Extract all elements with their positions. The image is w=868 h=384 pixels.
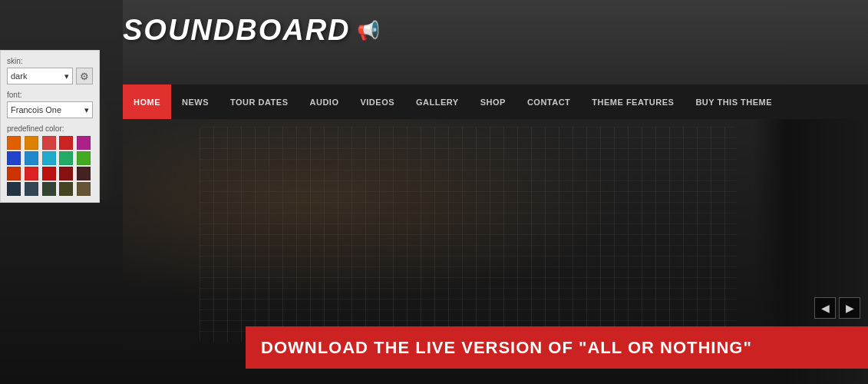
nav-item-buy-this-theme[interactable]: BUY THIS THEME xyxy=(685,84,783,119)
nav-item-tour-dates[interactable]: TOUR DATES xyxy=(219,84,299,119)
color-swatch-11[interactable] xyxy=(25,167,38,180)
color-swatch-16[interactable] xyxy=(25,182,38,196)
skin-select[interactable]: dark ▾ xyxy=(7,68,73,84)
download-banner-text: DOWNLOAD THE LIVE VERSION OF "ALL OR NOT… xyxy=(261,338,752,358)
color-swatch-17[interactable] xyxy=(42,182,56,196)
color-swatch-10[interactable] xyxy=(7,167,21,180)
font-dropdown-icon: ▾ xyxy=(84,105,89,115)
color-swatch-15[interactable] xyxy=(7,182,21,196)
main-content: DOWNLOAD THE LIVE VERSION OF "ALL OR NOT… xyxy=(123,119,868,384)
settings-gear-button[interactable]: ⚙ xyxy=(76,68,93,84)
color-swatch-7[interactable] xyxy=(42,151,56,165)
nav-item-theme-features[interactable]: THEME FEATURES xyxy=(581,84,685,119)
predefined-color-label: predefined color: xyxy=(7,124,93,133)
main-nav: HOMENEWSTOUR DATESAUDIOVIDEOSGALLERYSHOP… xyxy=(123,84,868,119)
download-banner[interactable]: DOWNLOAD THE LIVE VERSION OF "ALL OR NOT… xyxy=(246,326,868,369)
color-grid xyxy=(7,136,93,196)
skin-label: skin: xyxy=(7,57,93,65)
nav-item-gallery[interactable]: GALLERY xyxy=(405,84,470,119)
skin-value: dark xyxy=(11,71,27,81)
font-select[interactable]: Francois One ▾ xyxy=(7,101,93,118)
customizer-panel: skin: dark ▾ ⚙ font: Francois One ▾ pred… xyxy=(0,50,100,203)
skin-wrapper: dark ▾ ⚙ xyxy=(7,68,93,84)
logo-area: SOUNDBOARD 📢 xyxy=(123,14,380,47)
color-swatch-6[interactable] xyxy=(25,151,38,165)
font-label: font: xyxy=(7,91,93,99)
color-swatch-13[interactable] xyxy=(59,167,73,180)
nav-item-shop[interactable]: SHOP xyxy=(470,84,517,119)
nav-item-home[interactable]: HOME xyxy=(123,84,171,119)
nav-item-contact[interactable]: CONTACT xyxy=(517,84,581,119)
skin-dropdown-icon: ▾ xyxy=(64,71,69,81)
font-value: Francois One xyxy=(11,105,61,114)
color-swatch-18[interactable] xyxy=(59,182,73,196)
color-swatch-12[interactable] xyxy=(42,167,56,180)
megaphone-icon: 📢 xyxy=(357,20,380,41)
slider-prev-button[interactable]: ◀ xyxy=(814,297,836,319)
slider-next-button[interactable]: ▶ xyxy=(839,297,860,319)
color-swatch-2[interactable] xyxy=(42,136,56,150)
color-swatch-4[interactable] xyxy=(77,136,91,150)
color-swatch-19[interactable] xyxy=(77,182,91,196)
nav-item-audio[interactable]: AUDIO xyxy=(299,84,350,119)
color-swatch-1[interactable] xyxy=(25,136,38,150)
nav-item-news[interactable]: NEWS xyxy=(171,84,219,119)
color-swatch-8[interactable] xyxy=(59,151,73,165)
color-swatch-14[interactable] xyxy=(77,167,91,180)
nav-item-videos[interactable]: VIDEOS xyxy=(349,84,405,119)
color-swatch-5[interactable] xyxy=(7,151,21,165)
slider-controls: ◀ ▶ xyxy=(814,297,860,319)
color-swatch-3[interactable] xyxy=(59,136,73,150)
color-swatch-0[interactable] xyxy=(7,136,21,150)
color-swatch-9[interactable] xyxy=(77,151,91,165)
font-wrapper: Francois One ▾ xyxy=(7,101,93,118)
site-title: SOUNDBOARD xyxy=(123,14,351,47)
